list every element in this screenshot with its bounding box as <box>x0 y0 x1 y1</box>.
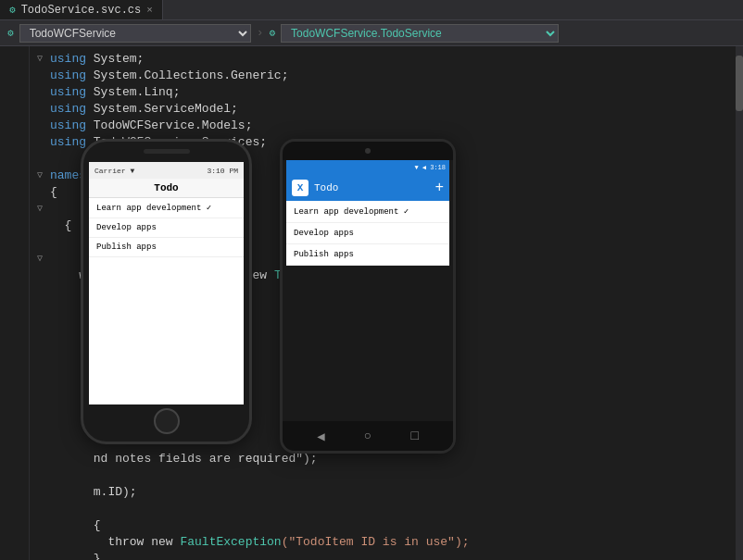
expand-icon[interactable]: ▽ <box>37 169 50 180</box>
code-editor[interactable]: ▽using System; using System.Collections.… <box>30 46 736 560</box>
code-line: { <box>30 516 736 533</box>
code-line: using System.ServiceModel; <box>30 100 736 117</box>
iphone-list-item: Publish apps <box>89 238 244 257</box>
android-nav-bar: ◀ ○ □ <box>283 421 453 451</box>
title-bar: ⚙ TodoService.svc.cs × <box>0 0 743 20</box>
android-list-item: Develop apps <box>286 223 449 244</box>
iphone-app-title: Todo <box>154 182 178 193</box>
android-app-logo: X <box>292 180 309 196</box>
class-selector[interactable]: TodoWCFService <box>19 24 251 43</box>
android-app-title: Todo <box>314 182 429 193</box>
android-toolbar: X Todo + <box>286 175 449 201</box>
tab-icon: ⚙ <box>9 4 16 16</box>
iphone-header: Todo <box>89 179 244 198</box>
code-line: using System.Collections.Generic; <box>30 67 736 83</box>
line-number-gutter <box>0 46 30 560</box>
iphone-item-3: Publish apps <box>96 243 157 252</box>
keyword-token: using <box>50 118 86 132</box>
code-line: ▽using System; <box>30 50 736 67</box>
android-screen: ▼ ◀ 3:18 X Todo + Learn app development … <box>286 160 449 421</box>
keyword-token: using <box>50 85 86 99</box>
iphone-mockup: Carrier ▼ 3:10 PM Todo Learn app develop… <box>81 139 252 444</box>
android-top <box>283 142 453 160</box>
code-line: } <box>30 550 736 560</box>
code-line: using TodoWCFService.Models; <box>30 117 736 133</box>
android-list-item: Publish apps <box>286 244 449 266</box>
iphone-item-2: Develop apps <box>96 223 157 232</box>
scrollbar-thumb[interactable] <box>736 56 743 111</box>
iphone-list-item: Learn app development ✓ <box>89 198 244 218</box>
android-add-button[interactable]: + <box>434 180 444 196</box>
android-logo-letter: X <box>297 182 304 193</box>
android-item-1: Learn app development ✓ <box>294 207 409 217</box>
keyword-token: using <box>50 68 86 82</box>
iphone-screen: Carrier ▼ 3:10 PM Todo Learn app develop… <box>89 162 244 404</box>
phones-overlay: Carrier ▼ 3:10 PM Todo Learn app develop… <box>81 139 456 454</box>
android-content: Learn app development ✓ Develop apps Pub… <box>286 201 449 266</box>
vertical-scrollbar[interactable] <box>736 46 743 560</box>
tab-area: ⚙ TodoService.svc.cs × <box>0 0 163 19</box>
nav-class-icon: ⚙ <box>269 27 275 39</box>
android-back-button[interactable]: ◀ <box>317 429 324 444</box>
nav-separator: › <box>257 26 264 40</box>
code-line: using System.Linq; <box>30 83 736 100</box>
expand-icon[interactable]: ▽ <box>37 253 50 264</box>
member-selector[interactable]: TodoWCFService.TodoService <box>281 24 559 43</box>
iphone-time: 3:10 PM <box>207 167 238 175</box>
iphone-list-item: Develop apps <box>89 218 244 238</box>
expand-icon[interactable]: ▽ <box>37 203 50 214</box>
iphone-speaker <box>144 149 190 154</box>
code-line <box>30 467 736 483</box>
nav-icon: ⚙ <box>7 27 14 39</box>
android-recent-button[interactable]: □ <box>410 429 418 443</box>
iphone-status-bar: Carrier ▼ 3:10 PM <box>89 162 244 179</box>
expand-icon[interactable]: ▽ <box>37 53 50 64</box>
android-camera <box>365 148 371 154</box>
android-status-icons: ▼ ◀ 3:18 <box>414 164 446 171</box>
keyword-token: using <box>50 52 86 66</box>
code-line: m.ID); <box>30 483 736 500</box>
code-line: throw new FaultException("TodoItem ID is… <box>30 533 736 550</box>
android-list-item: Learn app development ✓ <box>286 201 449 223</box>
tab-close-button[interactable]: × <box>146 5 153 16</box>
android-mockup: ▼ ◀ 3:18 X Todo + Learn app development … <box>280 139 456 454</box>
keyword-token: using <box>50 102 86 116</box>
android-item-3: Publish apps <box>294 250 354 259</box>
iphone-home-button[interactable] <box>154 408 180 434</box>
android-home-button[interactable]: ○ <box>364 429 372 443</box>
android-item-2: Develop apps <box>294 229 354 238</box>
code-line <box>30 500 736 516</box>
android-status-bar: ▼ ◀ 3:18 <box>286 160 449 175</box>
iphone-carrier: Carrier ▼ <box>94 167 134 175</box>
active-tab[interactable]: ⚙ TodoService.svc.cs × <box>0 0 163 19</box>
iphone-item-1: Learn app development ✓ <box>96 204 211 213</box>
editor-area: ▽using System; using System.Collections.… <box>0 46 743 560</box>
tab-label: TodoService.svc.cs <box>21 4 142 17</box>
nav-bar: ⚙ TodoWCFService › ⚙ TodoWCFService.Todo… <box>0 20 743 46</box>
